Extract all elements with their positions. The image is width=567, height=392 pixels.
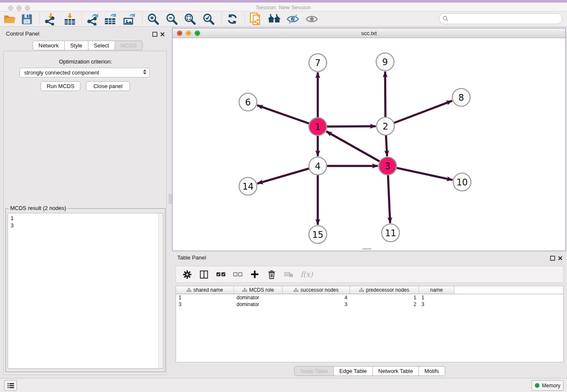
export-image-icon[interactable] — [122, 13, 136, 25]
table-row[interactable]: 1dominator411 — [176, 294, 563, 301]
cell-r0-successor-nodes[interactable]: 4 — [283, 294, 350, 301]
table-row[interactable]: 3dominator323 — [176, 301, 563, 308]
table-panel-title: Table Panel — [177, 254, 206, 261]
column-type-icon — [242, 288, 247, 292]
tab-select[interactable]: Select — [88, 41, 115, 50]
network-window: scc.txt 7968124314101511 — [172, 28, 566, 251]
optimization-criterion-value: strongly connected component — [24, 69, 99, 76]
memory-status-icon — [535, 383, 539, 388]
control-panel-title: Control Panel — [6, 30, 39, 37]
import-network-icon[interactable] — [43, 13, 57, 25]
list-icon — [7, 383, 14, 389]
tab-network[interactable]: Network — [33, 41, 65, 50]
export-table-icon[interactable] — [103, 13, 118, 25]
float-panel-icon[interactable] — [152, 31, 158, 36]
column-header-MCDS-role[interactable]: MCDS role — [234, 286, 283, 294]
gear-icon[interactable] — [182, 269, 192, 279]
function-builder-icon[interactable]: f(x) — [300, 270, 313, 279]
open-file-icon[interactable] — [3, 13, 17, 25]
cell-r1-name[interactable]: 3 — [419, 301, 454, 308]
zoom-fit-icon[interactable] — [183, 13, 197, 25]
column-header-predecessor-nodes[interactable]: predecessor nodes — [350, 286, 419, 294]
table-tabs: Node TableEdge TableNetwork TableMotifs — [172, 366, 567, 376]
main-toolbar — [0, 11, 567, 27]
search-field[interactable] — [439, 13, 562, 24]
home-icon[interactable] — [267, 13, 281, 25]
column-header-name[interactable]: name — [419, 286, 454, 294]
column-header-successor-nodes[interactable]: successor nodes — [283, 286, 350, 294]
zoom-selected-icon[interactable] — [201, 13, 216, 25]
combo-arrows-icon — [143, 69, 146, 75]
panel-splitter-grip[interactable] — [169, 194, 172, 204]
unselect-all-icon[interactable] — [233, 269, 243, 279]
edge-3-10[interactable] — [388, 166, 453, 180]
column-type-icon — [187, 288, 191, 292]
mcds-result-box[interactable]: 1 3 — [8, 213, 163, 369]
tab-style[interactable]: Style — [65, 41, 88, 50]
refresh-icon[interactable] — [225, 13, 239, 25]
cell-r1-successor-nodes[interactable]: 3 — [283, 301, 350, 308]
memory-button[interactable]: Memory — [531, 380, 564, 391]
column-header-label: MCDS role — [249, 287, 274, 293]
delete-table-icon[interactable] — [284, 269, 294, 279]
column-header-shared-name[interactable]: shared name — [176, 286, 234, 294]
select-all-icon[interactable] — [216, 269, 226, 279]
search-icon — [443, 16, 449, 22]
tab-motifs[interactable]: Motifs — [419, 366, 445, 376]
show-eye-icon[interactable] — [305, 13, 319, 25]
task-history-button[interactable] — [4, 380, 17, 391]
tab-mcds[interactable]: MCDS — [115, 41, 143, 50]
column-type-icon — [294, 288, 298, 292]
node-table[interactable]: shared nameMCDS rolesuccessor nodesprede… — [176, 286, 564, 362]
delete-column-icon[interactable] — [267, 269, 277, 279]
optimization-criterion-label: Optimization criterion: — [4, 58, 167, 65]
close-panel-icon[interactable] — [160, 31, 165, 36]
cell-r0-predecessor-nodes[interactable]: 1 — [350, 294, 419, 301]
toolbar-separator — [221, 14, 222, 25]
edge-1-6[interactable] — [257, 105, 318, 127]
edge-3-1[interactable] — [326, 131, 388, 166]
duplicate-network-icon[interactable] — [248, 13, 263, 25]
network-window-titlebar[interactable]: scc.txt — [173, 28, 565, 38]
import-table-icon[interactable] — [63, 13, 77, 25]
float-table-panel-icon[interactable] — [550, 255, 556, 260]
close-panel-button[interactable]: Close panel — [86, 81, 130, 91]
mcds-panel: Optimization criterion: strongly connect… — [3, 51, 167, 375]
node-label-15: 15 — [312, 230, 324, 240]
cell-r0-name[interactable]: 1 — [419, 294, 454, 301]
run-mcds-button[interactable]: Run MCDS — [41, 81, 80, 91]
tab-node-table[interactable]: Node Table — [294, 366, 334, 376]
mcds-result-group: MCDS result (2 nodes) 1 3 — [6, 208, 165, 372]
cell-r0-shared-name[interactable]: 1 — [176, 294, 234, 301]
node-label-14: 14 — [242, 182, 254, 192]
zoom-out-icon[interactable] — [165, 13, 179, 25]
edge-4-14[interactable] — [257, 166, 318, 184]
network-canvas[interactable]: 7968124314101511 — [173, 38, 565, 251]
canvas-scrollbar-handle[interactable] — [362, 248, 372, 250]
table-toolbar: f(x) — [176, 266, 564, 283]
column-header-label: shared name — [193, 287, 223, 293]
export-network-icon[interactable] — [85, 13, 99, 25]
network-window-title: scc.txt — [173, 30, 565, 36]
tab-edge-table[interactable]: Edge Table — [334, 366, 373, 376]
optimization-criterion-select[interactable]: strongly connected component — [19, 68, 150, 77]
columns-icon[interactable] — [199, 269, 209, 279]
result-scrollbar[interactable] — [158, 213, 163, 368]
edge-2-8[interactable] — [385, 101, 452, 126]
node-label-10: 10 — [457, 177, 468, 188]
save-session-icon[interactable] — [19, 13, 34, 25]
add-column-icon[interactable] — [250, 269, 260, 279]
search-input[interactable] — [451, 16, 562, 22]
cell-r1-shared-name[interactable]: 3 — [176, 301, 234, 308]
cell-r1-MCDS-role[interactable]: dominator — [234, 301, 283, 308]
zoom-in-icon[interactable] — [146, 13, 160, 25]
tab-network-table[interactable]: Network Table — [373, 366, 419, 376]
node-label-8: 8 — [458, 93, 464, 103]
close-table-panel-icon[interactable] — [558, 255, 563, 260]
cell-r0-MCDS-role[interactable]: dominator — [234, 294, 283, 301]
toolbar-separator — [82, 14, 82, 25]
cell-r1-predecessor-nodes[interactable]: 2 — [350, 301, 419, 308]
mcds-result-title: MCDS result (2 nodes) — [8, 205, 68, 211]
hide-eye-icon[interactable] — [286, 13, 300, 25]
app-title: Session: New Session — [0, 4, 567, 11]
